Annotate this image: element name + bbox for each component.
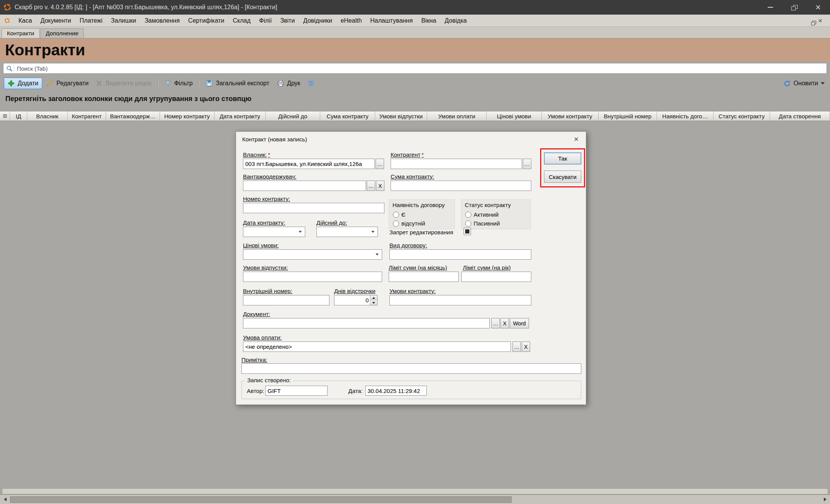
column-header-counterparty[interactable]: Контрагент [68, 111, 106, 121]
menu-nalashtuvannya[interactable]: Налаштування [366, 16, 417, 26]
dialog-title[interactable]: Контракт (новая запись) [242, 136, 307, 143]
consignee-browse-button[interactable]: … [367, 181, 375, 191]
document-clear-button[interactable]: X [501, 318, 509, 328]
month-limit-input[interactable] [389, 272, 459, 282]
tab-addition[interactable]: Дополнение [40, 28, 84, 38]
document-input[interactable] [243, 318, 490, 328]
filter-button[interactable]: Фільтр [161, 78, 196, 89]
menu-platezhi[interactable]: Платежі [75, 16, 107, 26]
menu-filii[interactable]: Філії [255, 16, 276, 26]
spin-down-button[interactable] [370, 300, 377, 305]
column-header-dispense-terms[interactable]: Умови відпустки [375, 111, 427, 121]
menu-zamovlennya[interactable]: Замовлення [140, 16, 184, 26]
export-button[interactable]: Загальний експорт [202, 78, 273, 89]
menu-dovidnyky[interactable]: Довідники [299, 16, 336, 26]
created-date-input[interactable] [365, 386, 427, 396]
radio-icon[interactable] [465, 220, 471, 227]
agreement-kind-input[interactable] [389, 249, 531, 260]
document-word-button[interactable]: Word [510, 318, 529, 328]
menu-ehealth[interactable]: eHealth [336, 16, 366, 26]
counterparty-browse-button[interactable]: … [523, 159, 531, 169]
payment-term-label[interactable]: Умова оплати: [243, 334, 281, 341]
menu-sklad[interactable]: Склад [229, 16, 255, 26]
ok-button[interactable]: Так [544, 153, 581, 164]
document-label[interactable]: Документ: [243, 311, 270, 317]
counterparty-label[interactable]: Контрагент* [391, 151, 424, 158]
contract-number-label[interactable]: Номер контракту: [243, 196, 290, 202]
close-button[interactable]: × [806, 0, 830, 15]
payment-term-browse-button[interactable]: … [512, 342, 521, 352]
window-horizontal-scrollbar[interactable] [0, 494, 830, 504]
valid-until-input[interactable] [316, 227, 378, 237]
agreement-kind-label[interactable]: Вид договору: [389, 242, 427, 249]
price-terms-input[interactable] [243, 249, 382, 260]
consignee-input[interactable] [243, 181, 366, 191]
dialog-close-button[interactable]: × [571, 134, 582, 144]
column-header-contract-number[interactable]: Номер контракту [160, 111, 215, 121]
payment-term-input[interactable] [243, 342, 511, 352]
year-limit-label[interactable]: Ліміт суми (на рік) [463, 264, 511, 271]
contract-date-input[interactable] [243, 227, 305, 237]
menu-vikna[interactable]: Вікна [417, 16, 441, 26]
menu-zalyshky[interactable]: Залишки [107, 16, 141, 26]
radio-icon[interactable] [393, 212, 399, 218]
radio-active[interactable]: Активний [465, 211, 499, 218]
document-browse-button[interactable]: … [491, 318, 500, 328]
column-header-owner[interactable]: Власник [27, 111, 68, 121]
column-header-internal-number[interactable]: Внутрішній номер [599, 111, 657, 121]
contract-date-label[interactable]: Дата контракту: [243, 219, 285, 226]
dispense-terms-label[interactable]: Умови відпустки: [243, 264, 288, 271]
internal-number-input[interactable] [243, 295, 329, 305]
column-header-agreement-presence[interactable]: Наявність дого… [657, 111, 714, 121]
menu-zvity[interactable]: Звіти [276, 16, 299, 26]
scroll-left-button[interactable] [1, 496, 9, 504]
add-button[interactable]: Додати [4, 78, 42, 89]
column-header-contract-sum[interactable]: Сума контракту [320, 111, 375, 121]
contract-number-input[interactable] [243, 203, 384, 213]
author-input[interactable] [265, 386, 328, 396]
menu-dovidka[interactable]: Довідка [441, 16, 471, 26]
edit-ban-checkbox[interactable] [464, 228, 471, 235]
menu-sertyfikaty[interactable]: Сертифікати [184, 16, 228, 26]
column-header-consignee[interactable]: Вантажоодерж… [106, 111, 160, 121]
minimize-button[interactable] [758, 0, 782, 15]
owner-browse-button[interactable]: … [376, 159, 384, 169]
print-button[interactable]: Друк [274, 78, 304, 89]
restore-button[interactable] [782, 0, 806, 15]
contract-terms-input[interactable] [389, 295, 531, 305]
column-header-id[interactable]: ІД [10, 111, 27, 121]
chevron-down-icon[interactable] [368, 227, 378, 237]
owner-label[interactable]: Власник:* [243, 151, 270, 158]
column-header-valid-until[interactable]: Дійсний до [266, 111, 320, 121]
chevron-down-icon[interactable] [821, 82, 825, 85]
payment-term-clear-button[interactable]: X [522, 342, 530, 352]
radio-present[interactable]: Є [393, 211, 406, 218]
consignee-clear-button[interactable]: X [376, 181, 384, 191]
menu-kasa[interactable]: Каса [14, 16, 36, 26]
column-header-contract-date[interactable]: Дата контракту [215, 111, 266, 121]
radio-icon[interactable] [393, 220, 399, 227]
contract-terms-label[interactable]: Умови контракту: [389, 288, 436, 294]
cancel-button[interactable]: Скасувати [544, 171, 581, 183]
group-by-zone[interactable]: Перетягніть заголовок колонки сюди для у… [0, 91, 830, 111]
chevron-down-icon[interactable] [296, 227, 305, 237]
column-settings-button[interactable] [304, 78, 318, 88]
dispense-terms-input[interactable] [243, 272, 382, 282]
chevron-down-icon[interactable] [373, 250, 382, 259]
refresh-button[interactable]: Оновити [783, 80, 826, 87]
delete-row-button[interactable]: Видалити рядок [93, 78, 155, 89]
search-box[interactable] [3, 63, 827, 74]
note-input[interactable] [241, 363, 581, 374]
search-input[interactable] [17, 65, 825, 72]
contract-sum-label[interactable]: Сума контракту: [391, 173, 434, 180]
column-header-contract-terms[interactable]: Умови контракту [542, 111, 599, 121]
owner-input[interactable] [243, 159, 375, 169]
column-header-payment-terms[interactable]: Умови оплати [427, 111, 487, 121]
valid-until-label[interactable]: Дійсний до: [316, 219, 347, 226]
column-header-price-terms[interactable]: Цінові умови [487, 111, 542, 121]
row-selector-column-header[interactable] [0, 111, 10, 121]
contract-sum-input[interactable] [391, 181, 531, 191]
consignee-label[interactable]: Вантажоодержувач: [243, 173, 296, 180]
note-label[interactable]: Примітка: [241, 356, 267, 363]
year-limit-input[interactable] [461, 272, 531, 282]
